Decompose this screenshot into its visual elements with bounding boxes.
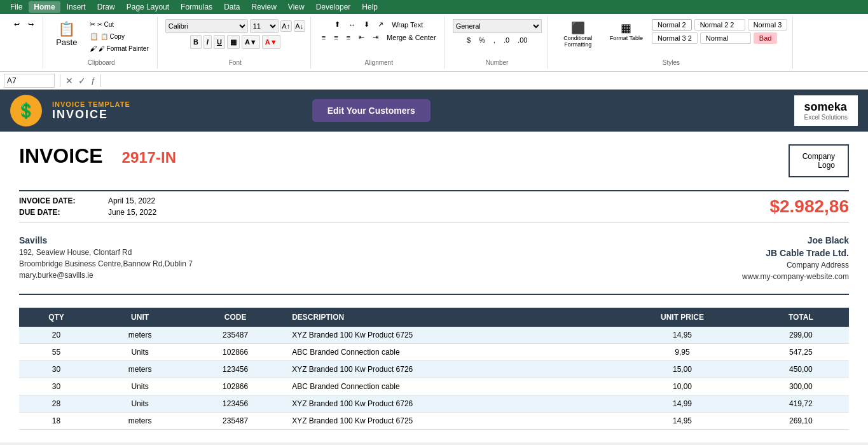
ribbon: ↩ ↪ Clipboard 📋 Paste ✂ ✂ Cut 📋 [0, 14, 868, 72]
menu-developer[interactable]: Developer [311, 1, 356, 13]
conditional-formatting-button[interactable]: ⬛ Conditional Formatting [555, 19, 601, 50]
cond-format-icon: ⬛ [571, 21, 585, 35]
wrap-text-button[interactable]: Wrap Text [389, 20, 426, 30]
format-painter-button[interactable]: 🖌 🖌 Format Painter [86, 43, 152, 53]
table-cell: XYZ Branded 100 Kw Product 6726 [284, 395, 612, 413]
decrease-indent-button[interactable]: ⇤ [355, 32, 368, 43]
align-center-button[interactable]: ≡ [331, 32, 341, 43]
formula-input[interactable] [106, 76, 864, 85]
table-row: 55Units102866ABC Branded Connection cabl… [19, 344, 849, 361]
italic-button[interactable]: I [203, 35, 212, 49]
total-amount: $2.982,86 [769, 196, 849, 217]
formula-divider2 [100, 74, 101, 87]
copy-button[interactable]: 📋 📋 Copy [86, 31, 152, 42]
paste-icon: 📋 [58, 21, 75, 38]
invoice-template-label: INVOICE TEMPLATE [52, 100, 130, 108]
style-normal2[interactable]: Normal 2 [652, 19, 692, 31]
table-cell: meters [93, 327, 186, 344]
table-cell: 20 [19, 327, 93, 344]
align-middle-button[interactable]: ↔ [345, 20, 359, 30]
fill-color-button[interactable]: A▼ [242, 35, 260, 49]
clipboard-label: Clipboard [88, 58, 115, 66]
number-format-select[interactable]: General [453, 19, 542, 33]
due-date-label: DUE DATE: [19, 208, 95, 217]
align-top-button[interactable]: ⬆ [331, 19, 343, 30]
orientation-button[interactable]: ↗ [375, 19, 387, 30]
table-cell: 30 [19, 378, 93, 395]
cut-button[interactable]: ✂ ✂ Cut [86, 19, 152, 30]
formula-divider [60, 74, 60, 87]
accounting-button[interactable]: $ [464, 35, 474, 45]
menu-view[interactable]: View [283, 1, 310, 13]
font-size-select[interactable]: 11 [250, 19, 279, 33]
format-table-button[interactable]: ▦ Format Table [606, 19, 647, 43]
table-cell: 14,95 [612, 327, 752, 344]
font-decrease-button[interactable]: A↓ [294, 20, 305, 32]
seller-info: Savills 192, Seaview House, Clontarf Rd … [19, 235, 193, 281]
menu-draw[interactable]: Draw [92, 1, 120, 13]
cancel-icon[interactable]: ✕ [65, 76, 73, 86]
invoice-body: INVOICE 2917-IN Company Logo INVOICE DAT… [0, 132, 868, 442]
redo-button[interactable]: ↪ [25, 19, 37, 30]
decrease-decimal-button[interactable]: .0 [500, 35, 513, 45]
table-cell: 55 [19, 344, 93, 361]
undo-group: ↩ ↪ Clipboard [5, 17, 43, 69]
menu-home[interactable]: Home [29, 1, 60, 13]
align-right-button[interactable]: ≡ [343, 32, 354, 43]
table-row: 20meters235487XYZ Branded 100 Kw Product… [19, 327, 849, 344]
invoice-dates: INVOICE DATE: April 15, 2022 DUE DATE: J… [19, 190, 849, 222]
style-normal22[interactable]: Normal 2 2 [694, 19, 745, 31]
comma-button[interactable]: , [490, 35, 499, 45]
increase-indent-button[interactable]: ⇥ [369, 32, 382, 43]
menu-help[interactable]: Help [357, 1, 383, 13]
format-painter-icon: 🖌 [90, 44, 97, 52]
menu-file[interactable]: File [5, 1, 27, 13]
bold-button[interactable]: B [190, 35, 202, 49]
table-cell: Units [93, 378, 186, 395]
due-date-value: June 15, 2022 [108, 208, 156, 217]
table-header-row: QTY UNIT CODE DESCRIPTION UNIT PRICE TOT… [19, 308, 849, 327]
align-left-button[interactable]: ≡ [319, 32, 329, 43]
menu-review[interactable]: Review [246, 1, 281, 13]
undo-button[interactable]: ↩ [11, 19, 23, 30]
seller-email: mary.burke@savills.ie [19, 271, 193, 280]
paste-button[interactable]: 📋 Paste [51, 19, 83, 49]
menu-page-layout[interactable]: Page Layout [121, 1, 174, 13]
menu-formulas[interactable]: Formulas [176, 1, 217, 13]
merge-center-button[interactable]: Merge & Center [383, 32, 439, 43]
invoice-date-label: INVOICE DATE: [19, 196, 95, 205]
styles-label: Styles [663, 58, 680, 66]
table-cell: meters [93, 413, 186, 430]
confirm-icon[interactable]: ✓ [78, 76, 86, 86]
increase-decimal-button[interactable]: .00 [514, 35, 530, 45]
style-bad[interactable]: Bad [754, 32, 778, 44]
font-family-select[interactable]: Calibri [165, 19, 248, 33]
col-unit: UNIT [93, 308, 186, 327]
align-bottom-button[interactable]: ⬇ [361, 19, 373, 30]
font-color-button[interactable]: A▼ [262, 35, 280, 49]
buyer-website: www.my-company-website.com [742, 272, 849, 281]
table-cell: 15,00 [612, 361, 752, 378]
style-normal[interactable]: Normal [700, 32, 751, 44]
underline-button[interactable]: U [214, 35, 225, 49]
edit-customers-button[interactable]: Edit Your Customers [312, 99, 431, 122]
menu-data[interactable]: Data [219, 1, 245, 13]
percent-button[interactable]: % [476, 35, 488, 45]
invoice-number-section: INVOICE 2917-IN [19, 144, 176, 168]
font-increase-button[interactable]: A↑ [280, 20, 292, 32]
dates-left: INVOICE DATE: April 15, 2022 DUE DATE: J… [19, 196, 156, 217]
formula-bar: ✕ ✓ ƒ [0, 72, 868, 90]
cell-reference-input[interactable] [4, 74, 55, 88]
table-cell: 123456 [186, 361, 284, 378]
company-logo-line2: Logo [803, 161, 835, 170]
border-button[interactable]: ▦ [227, 35, 240, 49]
col-qty: QTY [19, 308, 93, 327]
menu-insert[interactable]: Insert [62, 1, 91, 13]
font-group: Calibri 11 A↑ A↓ B I U ▦ A▼ A▼ Font [160, 17, 311, 69]
style-normal32[interactable]: Normal 3 2 [652, 32, 698, 44]
function-icon[interactable]: ƒ [91, 76, 95, 85]
table-row: 28Units123456XYZ Branded 100 Kw Product … [19, 395, 849, 413]
table-cell: XYZ Branded 100 Kw Product 6725 [284, 327, 612, 344]
style-normal3[interactable]: Normal 3 [748, 19, 788, 31]
seller-address2: Broombridge Business Centre,Bannow Rd,Du… [19, 259, 193, 268]
